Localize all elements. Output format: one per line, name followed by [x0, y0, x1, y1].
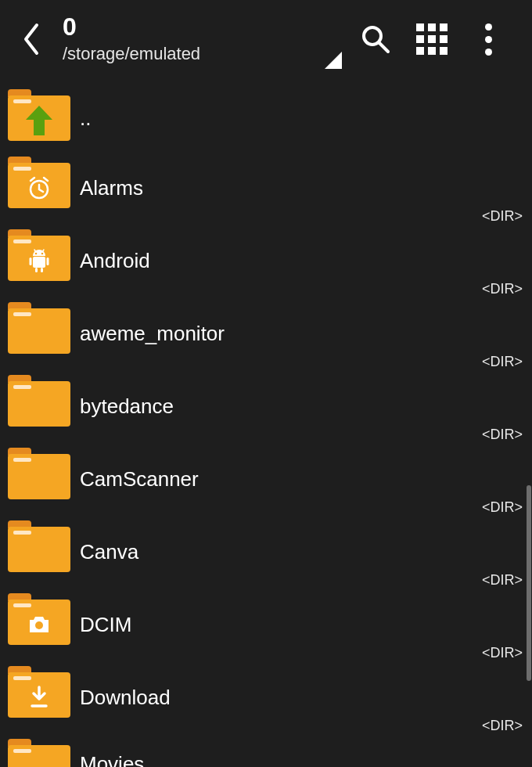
- svg-point-10: [35, 621, 43, 629]
- path-dropdown[interactable]: [316, 0, 347, 78]
- folder-icon: [8, 520, 70, 572]
- dir-tag: <DIR>: [482, 354, 523, 370]
- item-name: DCIM: [80, 613, 131, 637]
- current-directory: 0: [63, 14, 316, 39]
- more-button[interactable]: [460, 0, 516, 78]
- dir-tag: <DIR>: [482, 281, 523, 297]
- item-name: ..: [80, 106, 91, 131]
- path-block[interactable]: 0 /storage/emulated: [55, 14, 316, 64]
- list-item[interactable]: DCIM <DIR>: [0, 590, 532, 663]
- dir-tag: <DIR>: [482, 718, 523, 734]
- dir-tag: <DIR>: [482, 427, 523, 443]
- svg-point-4: [41, 253, 44, 255]
- svg-line-1: [379, 43, 388, 52]
- svg-rect-8: [35, 268, 38, 272]
- folder-icon: [8, 666, 70, 718]
- folder-icon: [8, 229, 70, 281]
- more-vert-icon: [485, 23, 492, 56]
- item-name: Movies: [80, 752, 144, 768]
- triangle-up-left-icon: [323, 50, 343, 70]
- item-name: bytedance: [80, 394, 174, 419]
- dir-tag: <DIR>: [482, 208, 523, 225]
- list-item[interactable]: Movies: [0, 736, 532, 767]
- item-name: Alarms: [80, 176, 143, 200]
- svg-rect-6: [30, 257, 32, 265]
- svg-rect-5: [33, 257, 45, 268]
- folder-icon: [8, 739, 70, 767]
- chevron-left-icon: [21, 22, 41, 56]
- grid-icon: [416, 23, 448, 55]
- svg-rect-9: [41, 268, 43, 272]
- list-item[interactable]: Android <DIR>: [0, 226, 532, 299]
- dir-tag: <DIR>: [482, 499, 523, 516]
- folder-icon: [8, 375, 70, 427]
- dir-tag: <DIR>: [482, 645, 523, 661]
- full-path: /storage/emulated: [63, 44, 316, 64]
- list-item[interactable]: aweme_monitor <DIR>: [0, 299, 532, 372]
- item-name: CamScanner: [80, 467, 199, 492]
- folder-icon: [8, 89, 70, 141]
- folder-icon: [8, 448, 70, 499]
- alarm-clock-icon: [27, 175, 52, 200]
- folder-icon: [8, 157, 70, 208]
- dir-tag: <DIR>: [482, 572, 523, 589]
- svg-rect-7: [47, 257, 49, 265]
- scrollbar[interactable]: [527, 485, 531, 681]
- file-list: .. Alarms <DIR>: [0, 78, 532, 767]
- list-item[interactable]: Download <DIR>: [0, 663, 532, 736]
- search-button[interactable]: [347, 0, 404, 78]
- android-icon: [27, 248, 51, 273]
- list-item-parent[interactable]: ..: [0, 78, 532, 153]
- list-item[interactable]: bytedance <DIR>: [0, 372, 532, 445]
- app-header: 0 /storage/emulated: [0, 0, 532, 78]
- search-icon: [360, 23, 391, 55]
- folder-icon: [8, 593, 70, 645]
- download-icon: [29, 686, 49, 709]
- grid-view-button[interactable]: [404, 0, 460, 78]
- list-item[interactable]: CamScanner <DIR>: [0, 445, 532, 517]
- item-name: aweme_monitor: [80, 322, 225, 346]
- list-item[interactable]: Alarms <DIR>: [0, 153, 532, 226]
- item-name: Android: [80, 249, 150, 273]
- list-item[interactable]: Canva <DIR>: [0, 517, 532, 590]
- arrow-up-icon: [24, 104, 54, 137]
- item-name: Canva: [80, 540, 138, 564]
- folder-icon: [8, 302, 70, 354]
- camera-icon: [27, 615, 51, 634]
- svg-point-3: [35, 253, 38, 255]
- item-name: Download: [80, 686, 171, 710]
- back-button[interactable]: [8, 0, 55, 78]
